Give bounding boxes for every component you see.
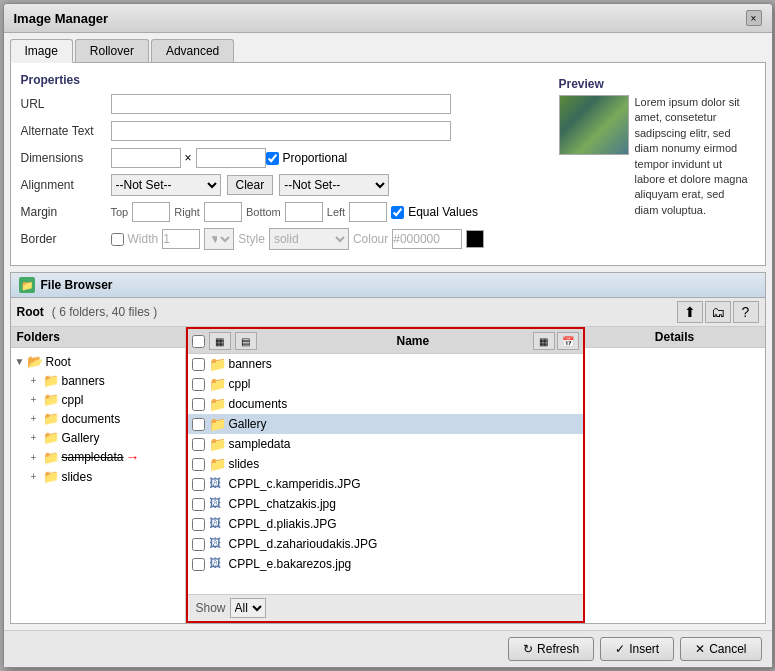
file-item-documents[interactable]: 📁 documents xyxy=(188,394,583,414)
file-item-cppl-d[interactable]: 🖼 CPPL_d.pliakis.JPG xyxy=(188,514,583,534)
file-item-banners[interactable]: 📁 banners xyxy=(188,354,583,374)
insert-button[interactable]: ✓ Insert xyxy=(600,637,674,661)
file-item-cppl-e[interactable]: 🖼 CPPL_e.bakarezos.jpg xyxy=(188,554,583,574)
file-name-slides: slides xyxy=(229,457,260,471)
border-width-select[interactable]: ▼ xyxy=(204,228,234,250)
folders-header: Folders xyxy=(11,327,185,348)
file-item-cppl-dz[interactable]: 🖼 CPPL_d.zaharioudakis.JPG xyxy=(188,534,583,554)
select-all-checkbox[interactable] xyxy=(192,335,205,348)
check-cppl-c[interactable] xyxy=(192,478,205,491)
tree-item-banners[interactable]: + 📁 banners xyxy=(15,371,181,390)
preview-title: Preview xyxy=(559,77,751,91)
file-name-sampledata: sampledata xyxy=(229,437,291,451)
tab-image[interactable]: Image xyxy=(10,39,73,63)
tree-item-sampledata[interactable]: + 📁 sampledata → xyxy=(15,447,181,467)
border-color-input[interactable] xyxy=(392,229,462,249)
file-item-cppl-chat[interactable]: 🖼 CPPL_chatzakis.jpg xyxy=(188,494,583,514)
image-manager-dialog: Image Manager × Image Rollover Advanced … xyxy=(3,3,773,668)
dimensions-label: Dimensions xyxy=(21,151,111,165)
margin-bottom-input[interactable] xyxy=(285,202,323,222)
clear-button[interactable]: Clear xyxy=(227,175,274,195)
folder-icon-cppl: 📁 xyxy=(209,376,225,392)
margin-left-input[interactable] xyxy=(349,202,387,222)
view-btn2[interactable]: ▤ xyxy=(235,332,257,350)
tree-item-gallery[interactable]: + 📁 Gallery xyxy=(15,428,181,447)
detail-view-btn[interactable]: ▦ xyxy=(533,332,555,350)
new-folder-button[interactable]: 🗂 xyxy=(705,301,731,323)
proportional-label: Proportional xyxy=(283,151,348,165)
details-panel: Details xyxy=(585,327,765,623)
gallery-folder-icon: 📁 xyxy=(43,430,59,445)
color-swatch[interactable] xyxy=(466,230,484,248)
check-sampledata[interactable] xyxy=(192,438,205,451)
margin-right-input[interactable] xyxy=(204,202,242,222)
file-browser-label: File Browser xyxy=(41,278,113,292)
expand-root: ▼ xyxy=(15,356,27,367)
show-select[interactable]: All xyxy=(230,598,266,618)
border-row: Border Width ▼ Style solid xyxy=(21,228,555,250)
title-bar: Image Manager × xyxy=(4,4,772,33)
tab-advanced[interactable]: Advanced xyxy=(151,39,234,62)
border-width-input[interactable] xyxy=(162,229,200,249)
border-label: Border xyxy=(21,232,111,246)
cancel-button[interactable]: ✕ Cancel xyxy=(680,637,761,661)
sampledata-folder-icon: 📁 xyxy=(43,450,59,465)
file-browser: 📁 File Browser Root ( 6 folders, 40 file… xyxy=(10,272,766,624)
border-style-select[interactable]: solid xyxy=(269,228,349,250)
border-group: Width ▼ Style solid Colour xyxy=(111,228,485,250)
tab-bar: Image Rollover Advanced xyxy=(10,39,766,62)
url-input[interactable] xyxy=(111,94,451,114)
alt-input[interactable] xyxy=(111,121,451,141)
check-cppl[interactable] xyxy=(192,378,205,391)
tree-item-cppl[interactable]: + 📁 cppl xyxy=(15,390,181,409)
file-name-cppl-c: CPPL_c.kamperidis.JPG xyxy=(229,477,361,491)
file-browser-info: ( 6 folders, 40 files ) xyxy=(52,305,157,319)
file-item-gallery[interactable]: 📁 Gallery xyxy=(188,414,583,434)
border-checkbox[interactable] xyxy=(111,233,124,246)
calendar-btn[interactable]: 📅 xyxy=(557,332,579,350)
tree-item-documents[interactable]: + 📁 documents xyxy=(15,409,181,428)
close-button[interactable]: × xyxy=(746,10,762,26)
upload-button[interactable]: ⬆ xyxy=(677,301,703,323)
margin-top-input[interactable] xyxy=(132,202,170,222)
border-style-label: Style xyxy=(238,232,265,246)
file-item-sampledata[interactable]: 📁 sampledata xyxy=(188,434,583,454)
alignment-select[interactable]: --Not Set-- xyxy=(111,174,221,196)
toolbar-tools: ⬆ 🗂 ? xyxy=(677,301,759,323)
alt-label: Alternate Text xyxy=(21,124,111,138)
check-banners[interactable] xyxy=(192,358,205,371)
tab-rollover[interactable]: Rollover xyxy=(75,39,149,62)
refresh-label: Refresh xyxy=(537,642,579,656)
tree-item-slides[interactable]: + 📁 slides xyxy=(15,467,181,486)
cppl-folder-label: cppl xyxy=(62,393,84,407)
banners-folder-icon: 📁 xyxy=(43,373,59,388)
check-documents[interactable] xyxy=(192,398,205,411)
check-cppl-dz[interactable] xyxy=(192,538,205,551)
check-cppl-chat[interactable] xyxy=(192,498,205,511)
img-icon-cppl-dz: 🖼 xyxy=(209,536,225,552)
file-browser-toolbar: Root ( 6 folders, 40 files ) ⬆ 🗂 ? xyxy=(11,298,765,327)
dim-height-input[interactable] xyxy=(196,148,266,168)
proportional-checkbox[interactable] xyxy=(266,152,279,165)
bottom-label: Bottom xyxy=(246,206,281,218)
refresh-button[interactable]: ↻ Refresh xyxy=(508,637,594,661)
border-width-label: Width xyxy=(128,232,159,246)
file-browser-title: 📁 File Browser xyxy=(11,273,765,298)
folder-tree: ▼ 📂 Root + 📁 banners + 📁 cppl xyxy=(11,348,185,490)
view-btn1[interactable]: ▦ xyxy=(209,332,231,350)
file-item-slides[interactable]: 📁 slides xyxy=(188,454,583,474)
dialog-title: Image Manager xyxy=(14,11,109,26)
root-folder-label: Root xyxy=(46,355,71,369)
file-item-cppl[interactable]: 📁 cppl xyxy=(188,374,583,394)
check-slides[interactable] xyxy=(192,458,205,471)
help-button[interactable]: ? xyxy=(733,301,759,323)
check-cppl-e[interactable] xyxy=(192,558,205,571)
tree-item-root[interactable]: ▼ 📂 Root xyxy=(15,352,181,371)
expand-cppl: + xyxy=(31,394,43,405)
equal-values-checkbox[interactable] xyxy=(391,206,404,219)
check-cppl-d[interactable] xyxy=(192,518,205,531)
check-gallery[interactable] xyxy=(192,418,205,431)
file-item-cppl-c[interactable]: 🖼 CPPL_c.kamperidis.JPG xyxy=(188,474,583,494)
dim-width-input[interactable] xyxy=(111,148,181,168)
alignment-select2[interactable]: --Not Set-- xyxy=(279,174,389,196)
